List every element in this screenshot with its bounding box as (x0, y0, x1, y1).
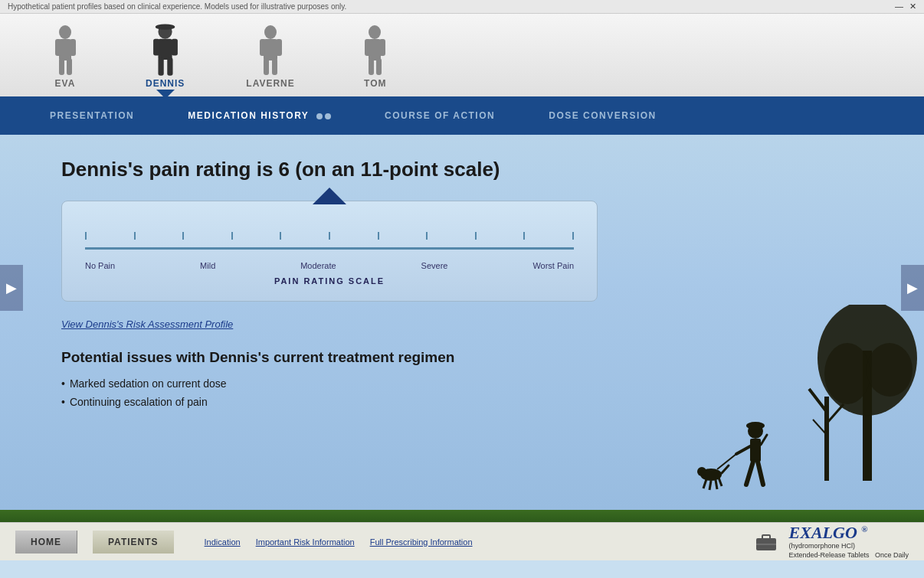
label-severe: Severe (421, 261, 448, 270)
tab-presentation[interactable]: PRESENTATION (46, 99, 138, 132)
svg-rect-3 (70, 39, 76, 56)
svg-point-27 (824, 343, 870, 404)
svg-rect-23 (369, 58, 374, 75)
svg-line-46 (716, 480, 717, 489)
character-eva-name: EVA (55, 78, 76, 89)
tick-8 (475, 232, 477, 240)
svg-rect-18 (272, 58, 277, 75)
tab-medication-history[interactable]: MEDICATION HISTORY (184, 99, 335, 132)
scale-labels: No Pain Mild Moderate Severe Worst Pain (85, 261, 574, 270)
minimize-button[interactable]: — (895, 2, 903, 11)
character-dennis-figure (146, 24, 185, 78)
character-laverne[interactable]: LAVERNE (246, 24, 294, 96)
silhouette-scene (694, 305, 924, 496)
svg-rect-35 (750, 439, 761, 462)
tab-dot-1 (316, 113, 323, 119)
character-eva[interactable]: EVA (46, 24, 84, 96)
header: EVA DENNIS (0, 14, 924, 96)
svg-rect-24 (376, 58, 382, 75)
navigation-tabs: PRESENTATION MEDICATION HISTORY COURSE O… (0, 96, 924, 135)
footer: HOME PATIENTS Indication Important Risk … (0, 522, 924, 560)
svg-point-19 (369, 25, 381, 39)
character-laverne-figure (251, 24, 290, 78)
patients-button[interactable]: PATIENTS (93, 531, 174, 554)
svg-line-31 (827, 404, 844, 423)
label-mild: Mild (200, 261, 215, 270)
svg-point-13 (264, 25, 277, 39)
svg-rect-16 (276, 39, 282, 56)
svg-line-45 (709, 481, 711, 490)
close-button[interactable]: ✕ (909, 2, 916, 11)
tick-4 (280, 232, 281, 240)
bullet-2: • (61, 396, 65, 408)
tick-0 (85, 232, 87, 240)
svg-rect-22 (379, 39, 385, 56)
label-moderate: Moderate (300, 261, 336, 270)
indication-link[interactable]: Indication (205, 537, 241, 547)
svg-point-42 (697, 467, 706, 476)
home-button[interactable]: HOME (15, 531, 77, 554)
tick-10 (572, 232, 574, 240)
exalgo-brand-sub: (hydromorphone HCl) Extended-Release Tab… (789, 542, 909, 560)
svg-rect-12 (167, 57, 172, 76)
svg-line-43 (722, 465, 729, 473)
risk-assessment-link[interactable]: View Dennis's Risk Assessment Profile (61, 318, 233, 330)
disclaimer-text: Hypothetical patient profiles based on c… (8, 2, 346, 11)
svg-rect-5 (67, 58, 72, 75)
svg-line-39 (761, 435, 767, 445)
pain-indicator (313, 188, 346, 204)
svg-point-34 (746, 422, 765, 429)
tick-1 (134, 232, 136, 240)
character-dennis-name: DENNIS (146, 78, 185, 89)
scale-line-container (85, 232, 574, 250)
scale-title: PAIN RATING SCALE (85, 276, 574, 286)
svg-point-28 (867, 343, 913, 397)
svg-rect-4 (59, 58, 64, 75)
svg-rect-9 (153, 39, 159, 56)
page-title: Dennis's pain rating is 6 (on an 11-poin… (61, 158, 863, 181)
svg-line-36 (746, 462, 753, 485)
tab-dot-2 (325, 113, 331, 119)
issue-text-1: Marked sedation on current dose (70, 377, 227, 390)
exalgo-logo-area: EXALGO ® (hydromorphone HCl) Extended-Re… (789, 524, 909, 560)
exalgo-brand-name: EXALGO ® (789, 524, 909, 542)
svg-line-47 (719, 478, 722, 486)
top-bar: Hypothetical patient profiles based on c… (0, 0, 924, 14)
tick-2 (182, 232, 184, 240)
risk-info-link[interactable]: Important Risk Information (256, 537, 355, 547)
svg-point-0 (59, 25, 71, 39)
character-tom[interactable]: TOM (356, 24, 395, 96)
svg-rect-21 (365, 39, 371, 56)
footer-links: Indication Important Risk Information Fu… (205, 537, 473, 547)
grass-strip (0, 510, 924, 522)
svg-rect-17 (264, 58, 269, 75)
window-controls: — ✕ (895, 2, 916, 11)
svg-line-37 (758, 462, 763, 485)
bullet-1: • (61, 377, 65, 390)
character-eva-figure (46, 24, 84, 78)
character-dennis[interactable]: DENNIS (146, 24, 185, 96)
prescribing-info-link[interactable]: Full Prescribing Information (370, 537, 473, 547)
svg-rect-2 (55, 39, 61, 56)
main-content: ▶ ▶ Dennis's pain rating is 6 (on an 11-… (0, 135, 924, 510)
svg-line-38 (736, 446, 750, 454)
issue-text-2: Continuing escalation of pain (70, 396, 208, 408)
pain-scale-box: No Pain Mild Moderate Severe Worst Pain … (61, 201, 598, 302)
svg-rect-10 (171, 39, 177, 56)
footer-right: EXALGO ® (hydromorphone HCl) Extended-Re… (755, 524, 909, 560)
svg-line-44 (703, 479, 706, 488)
svg-rect-15 (260, 39, 266, 56)
svg-rect-49 (762, 535, 770, 540)
tab-course-of-action[interactable]: COURSE OF ACTION (381, 99, 499, 132)
character-laverne-name: LAVERNE (246, 78, 294, 89)
tick-7 (426, 232, 428, 240)
tab-dose-conversion[interactable]: DOSE CONVERSION (545, 99, 660, 132)
character-tom-name: TOM (364, 78, 386, 89)
svg-rect-11 (158, 57, 163, 76)
prev-arrow[interactable]: ▶ (0, 265, 23, 311)
tick-6 (378, 232, 379, 240)
scale-line (85, 247, 574, 250)
tab-icons (316, 113, 331, 119)
character-tom-figure (356, 24, 395, 78)
next-arrow[interactable]: ▶ (901, 265, 924, 311)
